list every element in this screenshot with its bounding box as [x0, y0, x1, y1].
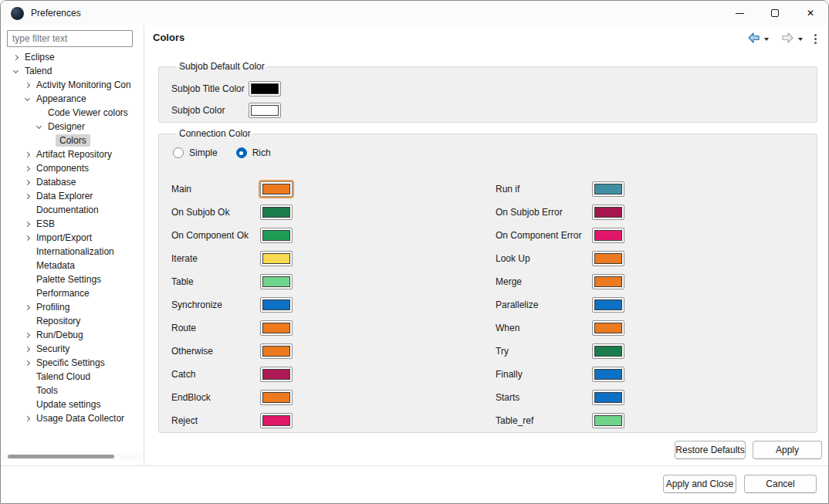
color-swatch-table[interactable]: [260, 274, 293, 289]
tree-item-colors[interactable]: Colors: [1, 134, 144, 147]
color-swatch-on-subjob-ok[interactable]: [260, 205, 293, 220]
tree-item-profiling[interactable]: Profiling: [1, 300, 144, 314]
color-fill: [262, 276, 290, 287]
tree-item-talend-cloud[interactable]: Talend Cloud: [1, 370, 144, 384]
chevron-right-icon[interactable]: [22, 153, 32, 157]
apply-button[interactable]: Apply: [753, 441, 822, 459]
color-swatch-run-if[interactable]: [592, 181, 624, 197]
view-menu-icon[interactable]: [813, 32, 818, 46]
color-swatch-route[interactable]: [260, 320, 293, 336]
tree-item-activity-monitoring-con[interactable]: Activity Monitoring Con: [1, 78, 144, 92]
chevron-right-icon[interactable]: [22, 361, 32, 365]
color-swatch-iterate[interactable]: [260, 251, 293, 266]
chevron-right-icon[interactable]: [22, 306, 32, 310]
color-label: Subjob Title Color: [171, 83, 249, 94]
chevron-right-icon[interactable]: [22, 236, 32, 240]
scrollbar-thumb[interactable]: [8, 455, 114, 458]
color-swatch-reject[interactable]: [260, 413, 293, 428]
tree-item-metadata[interactable]: Metadata: [1, 259, 144, 272]
color-swatch-starts[interactable]: [592, 390, 624, 405]
tree-item-tools[interactable]: Tools: [1, 384, 144, 397]
forward-dropdown-icon[interactable]: [798, 38, 803, 41]
tree-item-artifact-repository[interactable]: Artifact Repository: [1, 147, 144, 161]
tree-item-designer[interactable]: Designer: [1, 120, 144, 134]
filter-input[interactable]: [7, 30, 133, 47]
tree-item-label: Profiling: [32, 301, 73, 313]
color-swatch-subjob-color[interactable]: [249, 103, 281, 118]
color-swatch-catch[interactable]: [260, 367, 293, 382]
color-swatch-on-component-error[interactable]: [592, 228, 624, 243]
color-swatch-merge[interactable]: [592, 274, 624, 289]
tree-item-esb[interactable]: ESB: [1, 217, 144, 231]
restore-defaults-button[interactable]: Restore Defaults: [675, 441, 746, 459]
color-swatch-look-up[interactable]: [592, 251, 624, 266]
tree-item-usage-data-collector[interactable]: Usage Data Collector: [1, 411, 144, 425]
color-swatch-otherwise[interactable]: [260, 343, 293, 359]
chevron-down-icon[interactable]: [22, 98, 32, 100]
minimize-button[interactable]: [722, 1, 757, 25]
color-swatch-try[interactable]: [592, 343, 624, 359]
tree-item-update-settings[interactable]: Update settings: [1, 397, 144, 411]
color-swatch-on-subjob-error[interactable]: [592, 205, 624, 220]
color-swatch-finally[interactable]: [592, 367, 624, 382]
color-swatch-main[interactable]: [260, 181, 293, 197]
tree-item-performance[interactable]: Performance: [1, 286, 144, 300]
chevron-right-icon[interactable]: [22, 417, 32, 421]
chevron-right-icon[interactable]: [22, 333, 32, 337]
tree-item-eclipse[interactable]: Eclipse: [1, 50, 144, 64]
back-icon[interactable]: [747, 32, 760, 46]
tree-item-label: Update settings: [32, 398, 104, 411]
tree-item-code-viewer-colors[interactable]: Code Viewer colors: [1, 106, 144, 120]
color-fill: [594, 230, 622, 241]
chevron-right-icon[interactable]: [22, 181, 32, 184]
color-fill: [262, 392, 290, 403]
tree-item-components[interactable]: Components: [1, 161, 144, 175]
color-row-look-up: Look Up: [496, 247, 817, 270]
color-swatch-subjob-title-color[interactable]: [249, 81, 281, 96]
tree-item-specific-settings[interactable]: Specific Settings: [1, 356, 144, 370]
tree-item-documentation[interactable]: Documentation: [1, 203, 144, 217]
color-swatch-on-component-ok[interactable]: [260, 228, 293, 243]
color-swatch-when[interactable]: [592, 320, 624, 336]
back-dropdown-icon[interactable]: [764, 38, 769, 41]
color-label: Parallelize: [496, 299, 592, 310]
forward-icon[interactable]: [781, 32, 794, 46]
color-label: EndBlock: [171, 392, 260, 403]
chevron-right-icon[interactable]: [22, 83, 32, 87]
chevron-right-icon[interactable]: [22, 194, 32, 198]
chevron-down-icon[interactable]: [33, 126, 44, 128]
tree-item-database[interactable]: Database: [1, 175, 144, 189]
chevron-right-icon[interactable]: [22, 347, 32, 351]
close-button[interactable]: ✕: [793, 1, 828, 25]
tree-item-label: Security: [32, 343, 73, 355]
chevron-right-icon[interactable]: [22, 167, 32, 171]
color-label: On Subjob Error: [496, 207, 592, 218]
cancel-button[interactable]: Cancel: [744, 475, 817, 493]
apply-and-close-button[interactable]: Apply and Close: [663, 475, 736, 493]
tree-item-repository[interactable]: Repository: [1, 314, 144, 328]
color-swatch-parallelize[interactable]: [592, 297, 624, 313]
chevron-right-icon[interactable]: [22, 222, 32, 226]
tree-item-data-explorer[interactable]: Data Explorer: [1, 189, 144, 203]
color-swatch-table-ref[interactable]: [592, 413, 624, 428]
chevron-right-icon[interactable]: [10, 56, 21, 59]
chevron-down-icon[interactable]: [10, 70, 21, 73]
tree-item-palette-settings[interactable]: Palette Settings: [1, 272, 144, 286]
radio-rich[interactable]: Rich: [236, 147, 271, 158]
tree-item-internationalization[interactable]: Internationalization: [1, 245, 144, 259]
maximize-button[interactable]: [757, 1, 793, 25]
tree-item-security[interactable]: Security: [1, 342, 144, 356]
color-swatch-synchronize[interactable]: [260, 297, 293, 313]
tree-item-label: Appearance: [32, 93, 90, 105]
tree-item-talend[interactable]: Talend: [1, 64, 144, 78]
radio-simple[interactable]: Simple: [173, 147, 218, 158]
tree-item-label: Talend Cloud: [32, 370, 94, 383]
tree-item-import-export[interactable]: Import/Export: [1, 231, 144, 245]
color-swatch-endblock[interactable]: [260, 390, 293, 405]
tree-item-appearance[interactable]: Appearance: [1, 92, 144, 106]
header-toolbar: [747, 32, 818, 46]
tree-item-run-debug[interactable]: Run/Debug: [1, 328, 144, 342]
color-fill: [262, 253, 290, 264]
radio-unselected-icon: [173, 147, 184, 158]
sidebar-horizontal-scrollbar[interactable]: [2, 453, 143, 460]
